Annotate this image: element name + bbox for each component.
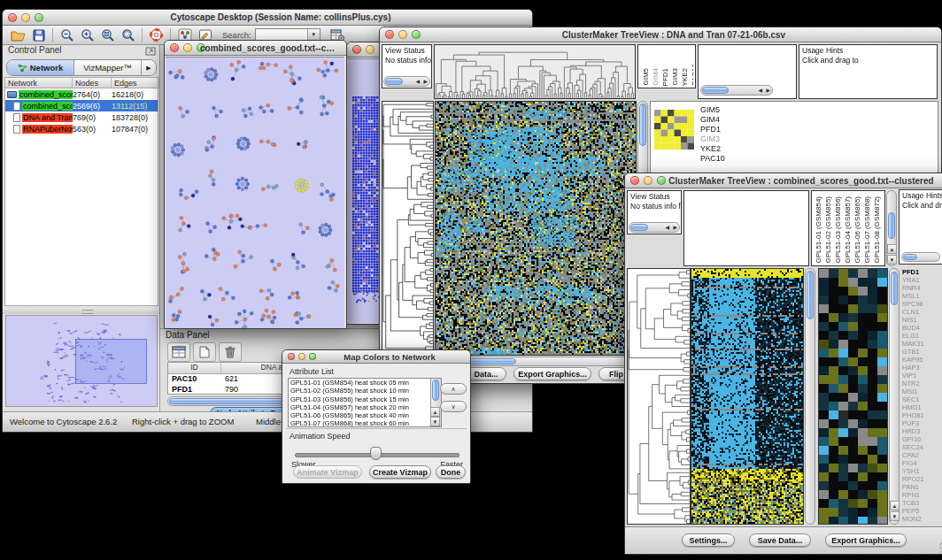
gene-label[interactable]: GIM4 [700,115,725,125]
gene-label[interactable]: GIM3 [700,134,725,144]
global-heatmap[interactable] [691,268,804,525]
gene-label[interactable]: SPC98 [902,300,942,308]
gene-label[interactable]: PFD1 [700,125,725,134]
scroll-up-icon[interactable]: ▲ [887,244,897,254]
network-list-row[interactable]: RNAPuberNov2+563(0)107847(0) [5,123,158,134]
move-up-button[interactable]: ∧ [440,383,467,395]
gene-label[interactable]: MSI1 [902,387,942,395]
export-graphics-button[interactable]: Export Graphics... [825,533,907,547]
open-file-button[interactable] [8,27,28,44]
heatmap-vscrollbar[interactable] [805,268,815,525]
gene-label[interactable]: HRD3 [902,427,942,435]
done-button[interactable]: Done [436,465,466,479]
close-button[interactable] [170,43,179,52]
gene-label[interactable]: YRA1 [902,276,942,284]
scroll-down-icon[interactable]: ▼ [430,417,440,426]
column-label[interactable]: GPL51-06 (GSM865) [853,196,862,264]
minimize-button[interactable] [644,176,652,185]
treeview-combined-titlebar[interactable]: ClusterMaker TreeView : combined_scores_… [625,173,942,188]
save-data-button[interactable]: Data... [466,367,506,380]
gene-label[interactable]: GPI16 [902,435,942,443]
column-label[interactable]: GIM3 [671,68,680,86]
help-button[interactable] [146,27,166,44]
gene-label[interactable]: ELG1 [902,332,942,340]
settings-button[interactable]: Settings... [682,533,735,547]
gene-label[interactable]: VIP1 [902,372,942,380]
float-panel-icon[interactable] [145,47,156,56]
column-label[interactable]: GPL51-02 (GSM855) [824,196,833,264]
scroll-right-icon[interactable]: ▶ [766,87,770,93]
network-list-row[interactable]: DNA and Tran 07769(0)183728(0) [5,111,158,123]
gene-label[interactable]: PUF3 [902,419,942,427]
panel-splitter[interactable] [3,308,159,314]
gene-label[interactable]: BUD4 [902,324,942,332]
column-label[interactable]: GPL51-08 (GSM872) [873,196,882,264]
column-label[interactable]: GIM4 [652,68,660,86]
gene-label[interactable]: PAC10 [700,154,725,164]
minimize-button[interactable] [298,353,305,360]
slider-thumb[interactable] [370,447,382,460]
gene-label[interactable]: NIS1 [902,316,942,324]
gene-label[interactable]: CLN1 [902,308,942,316]
network-list-row[interactable]: combined_scores2764(0)16218(0) [5,88,158,100]
delete-attribute-button[interactable] [219,342,242,362]
save-data-button[interactable]: Save Data... [749,533,811,547]
scroll-down-icon[interactable]: ▼ [890,511,900,521]
zoom-heatmap[interactable] [654,109,694,150]
gene-label[interactable]: GTB1 [902,348,942,356]
row-dendrogram[interactable] [382,101,434,353]
create-attribute-button[interactable] [193,342,216,362]
usage-scrollbar[interactable] [901,252,940,262]
select-attributes-button[interactable] [167,342,190,362]
network-list-row[interactable]: combined_sco2569(6)13112(15) [5,100,158,111]
column-label[interactable]: GPL51-01 (GSM854) [815,196,823,264]
gene-label[interactable]: GIM5 [700,105,725,115]
attribute-item[interactable]: GPL51-07 (GSM868) heat shock 60 min [289,419,441,427]
gene-label[interactable]: PHO81 [902,411,942,419]
gene-label[interactable]: PEP5 [902,507,942,515]
zoom-fit-button[interactable] [97,27,118,44]
zoom-out-button[interactable] [57,27,77,44]
close-button[interactable] [630,176,639,185]
column-label[interactable]: GPL51-04 (GSM857) [844,196,853,264]
close-button[interactable] [8,13,17,22]
close-button[interactable] [288,353,295,360]
column-dendrogram[interactable] [683,190,809,266]
gene-label[interactable]: FIG4 [902,459,942,467]
zoom-heatmap[interactable] [819,269,887,524]
gene-label[interactable]: NTR2 [902,380,942,387]
main-titlebar[interactable]: Cytoscape Desktop (Session Name: collins… [3,10,532,26]
attribute-list-scrollbar[interactable]: ▲ ▼ [430,379,441,426]
gene-label[interactable]: YKE2 [700,144,725,154]
attribute-item[interactable]: GPL51-04 (GSM857) heat shock 20 min [289,403,441,411]
column-label[interactable]: GPL51-03 (GSM856) [834,196,843,264]
gene-label[interactable]: PAN1 [902,483,942,491]
column-label[interactable]: PAC10 [691,64,693,86]
gene-label[interactable]: SEC1 [902,395,942,403]
close-button[interactable] [385,30,394,39]
gene-label[interactable]: TCB3 [902,499,942,507]
zoom-vscrollbar[interactable]: ▲ ▼ [889,268,900,525]
gene-label[interactable]: SEC24 [902,443,942,451]
view-status-scrollbar[interactable]: ◀ ▶ [383,76,430,87]
gene-label[interactable]: KAP95 [902,356,942,364]
treeview-dna-titlebar[interactable]: ClusterMaker TreeView : DNA and Tran 07-… [380,27,941,42]
birds-eye-view[interactable] [5,315,158,407]
minimize-button[interactable] [183,43,192,52]
scroll-down-icon[interactable]: ▼ [887,255,897,265]
gene-label[interactable]: HAP3 [902,364,942,372]
attribute-item[interactable]: GPL51-01 (GSM854) heat shock 05 min [289,379,441,387]
column-label[interactable]: PFD1 [661,68,670,86]
zoom-hscrollbar[interactable]: ◀ ▶ [700,85,773,96]
minimize-button[interactable] [366,45,374,54]
col-id[interactable]: ID [168,363,221,373]
attribute-item[interactable]: GPL51-02 (GSM855) heat shock 10 min [289,387,441,395]
column-labels-scrollbar[interactable]: ▲ ▼ [886,190,897,266]
col-network[interactable]: Network [5,78,73,88]
gene-label[interactable]: MAK31 [902,340,942,348]
scroll-left-icon[interactable]: ◀ [665,224,669,230]
create-vizmap-button[interactable]: Create Vizmap [369,465,431,479]
scroll-left-icon[interactable]: ◀ [415,78,420,84]
gene-label[interactable]: RNR4 [902,284,942,292]
export-graphics-button[interactable]: Export Graphics... [513,367,591,380]
